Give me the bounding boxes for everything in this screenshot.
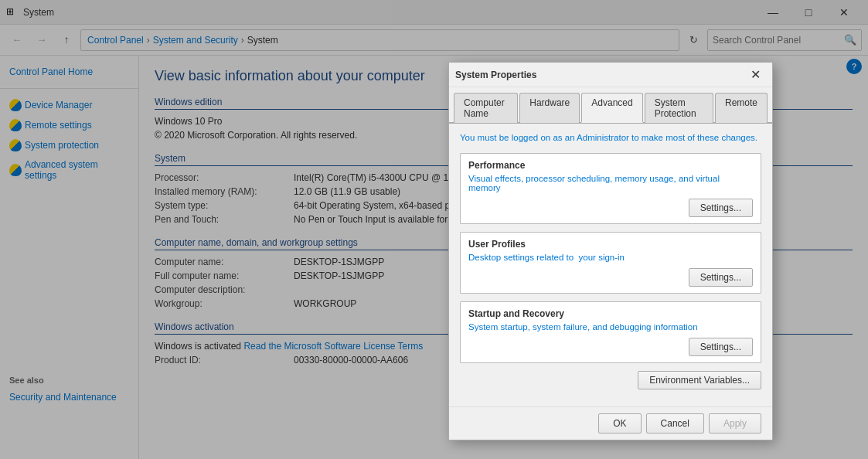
dialog-info-text: You must be logged on as an Administrato… bbox=[460, 133, 761, 142]
user-profiles-desc: Desktop settings related to your sign-in bbox=[468, 253, 753, 262]
tab-advanced[interactable]: Advanced bbox=[581, 93, 642, 123]
performance-title: Performance bbox=[468, 160, 753, 171]
env-vars-row: Environment Variables... bbox=[460, 371, 761, 389]
startup-recovery-desc: System startup, system failure, and debu… bbox=[468, 322, 753, 332]
tab-remote[interactable]: Remote bbox=[715, 93, 768, 123]
environment-variables-button[interactable]: Environment Variables... bbox=[638, 371, 761, 389]
performance-settings-button[interactable]: Settings... bbox=[689, 199, 753, 217]
dialog-footer: OK Cancel Apply bbox=[449, 406, 772, 440]
user-profiles-section: User Profiles Desktop settings related t… bbox=[460, 232, 761, 294]
dialog-title-bar: System Properties ✕ bbox=[449, 63, 772, 87]
user-profiles-link[interactable]: your sign-in bbox=[579, 253, 625, 262]
dialog-title-text: System Properties bbox=[455, 70, 744, 80]
ok-button[interactable]: OK bbox=[598, 413, 641, 434]
startup-recovery-settings-button[interactable]: Settings... bbox=[689, 338, 753, 356]
startup-recovery-section: Startup and Recovery System startup, sys… bbox=[460, 301, 761, 363]
system-properties-dialog: System Properties ✕ Computer Name Hardwa… bbox=[448, 62, 773, 440]
tab-computer-name[interactable]: Computer Name bbox=[454, 93, 518, 123]
performance-desc: Visual effects, processor scheduling, me… bbox=[468, 174, 753, 192]
startup-recovery-title: Startup and Recovery bbox=[468, 308, 753, 319]
tab-bar: Computer Name Hardware Advanced System P… bbox=[449, 87, 772, 124]
performance-section: Performance Visual effects, processor sc… bbox=[460, 153, 761, 224]
apply-button[interactable]: Apply bbox=[709, 413, 761, 434]
user-profiles-title: User Profiles bbox=[468, 239, 753, 250]
tab-system-protection[interactable]: System Protection bbox=[645, 93, 713, 123]
dialog-close-button[interactable]: ✕ bbox=[744, 64, 766, 86]
tab-hardware[interactable]: Hardware bbox=[519, 93, 580, 123]
user-profiles-settings-button[interactable]: Settings... bbox=[689, 268, 753, 287]
cancel-button[interactable]: Cancel bbox=[646, 413, 704, 434]
dialog-body: You must be logged on as an Administrato… bbox=[449, 124, 772, 406]
